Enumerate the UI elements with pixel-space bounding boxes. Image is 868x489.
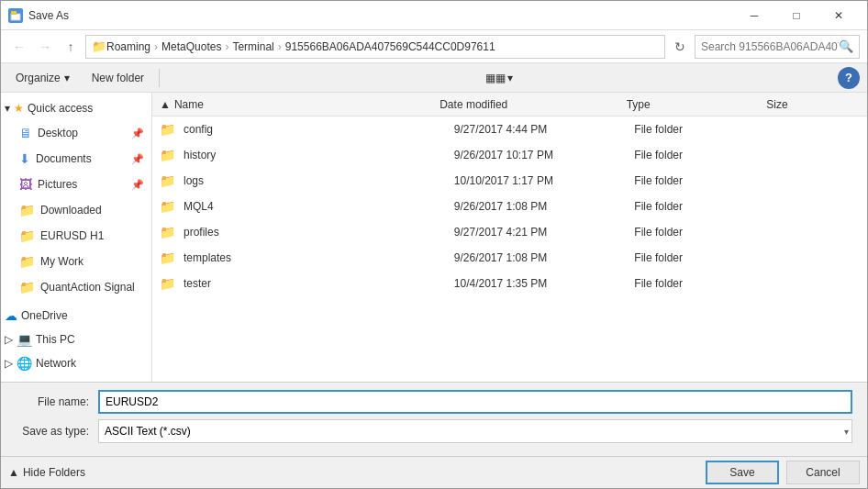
back-button[interactable]: ← [8,36,30,58]
toolbar-divider [159,69,160,87]
cancel-button[interactable]: Cancel [786,461,860,484]
organize-button[interactable]: Organize ▾ [8,67,77,89]
folder-icon: 📁 [160,173,178,188]
sidebar-thispc[interactable]: ▷ 💻 This PC [1,328,151,351]
documents-icon: ⬇ [19,151,30,166]
svg-rect-0 [11,14,20,20]
search-box[interactable]: 🔍 [695,35,860,59]
help-button[interactable]: ? [838,67,860,89]
column-date[interactable]: Date modified [440,98,626,111]
mywork-folder-icon: 📁 [19,254,35,269]
minimize-button[interactable]: ─ [733,1,775,30]
desktop-icon: 🖥 [19,126,32,140]
pin-icon: 📌 [131,128,144,139]
refresh-button[interactable]: ↻ [669,36,691,58]
folder-icon: 📁 [160,122,178,137]
file-name: config [184,123,454,136]
table-row[interactable]: 📁 tester 10/4/2017 1:35 PM File folder [152,271,867,296]
quantaction-folder-icon: 📁 [19,280,35,295]
dialog-buttons: Save Cancel [706,461,860,484]
close-button[interactable]: ✕ [818,1,860,30]
window-icon [8,8,23,23]
file-name: tester [184,277,454,290]
filename-label: File name: [16,395,98,408]
file-name: MQL4 [184,200,454,213]
sidebar-item-desktop[interactable]: 🖥 Desktop 📌 [1,120,151,146]
column-name[interactable]: ▲ Name [160,98,440,111]
quick-access-icon: ★ [14,102,24,115]
onedrive-label: OneDrive [21,309,68,322]
breadcrumb[interactable]: 📁 Roaming › MetaQuotes › Terminal › 9155… [85,35,665,59]
view-icon: ▦▦ [485,72,506,84]
address-bar: ← → ↑ 📁 Roaming › MetaQuotes › Terminal … [1,30,867,63]
network-icon: 🌐 [17,356,32,371]
hide-folders-label: Hide Folders [23,466,85,479]
sidebar-item-pictures[interactable]: 🖼 Pictures 📌 [1,172,151,197]
sidebar-item-mywork[interactable]: 📁 My Work [1,249,151,274]
window-title: Save As [28,9,733,22]
hide-folders-button[interactable]: ▲ Hide Folders [8,462,85,483]
file-type: File folder [634,123,769,136]
file-list-header: ▲ Name Date modified Type Size [152,93,867,117]
sidebar-onedrive[interactable]: ☁ OneDrive [1,304,151,328]
search-input[interactable] [701,40,839,53]
new-folder-button[interactable]: New folder [84,67,151,89]
filename-input[interactable] [98,390,852,414]
sidebar-quantaction-label: QuantAction Signal [40,281,135,294]
sidebar-item-documents[interactable]: ⬇ Documents 📌 [1,146,151,172]
chevron-down-icon: ▾ [5,102,10,115]
folder-icon: 📁 [160,250,178,265]
pictures-icon: 🖼 [19,177,32,192]
quick-access-label: Quick access [28,102,93,115]
file-type: File folder [634,149,769,161]
file-type: File folder [634,251,769,264]
save-button[interactable]: Save [706,461,779,484]
organize-label: Organize [16,72,61,84]
column-type[interactable]: Type [627,98,767,111]
savetype-select-wrapper: ASCII Text (*.csv) ▾ [98,419,852,443]
save-as-dialog: Save As ─ □ ✕ ← → ↑ 📁 Roaming › MetaQuot… [0,0,868,489]
file-date: 10/4/2017 1:35 PM [454,277,635,290]
folder-icon: 📁 [160,148,178,162]
action-bar: ▲ Hide Folders Save Cancel [1,456,867,488]
sidebar-item-eurusd[interactable]: 📁 EURUSD H1 [1,223,151,249]
file-name: profiles [184,226,454,239]
breadcrumb-roaming: Roaming › MetaQuotes › Terminal › 915566… [106,40,495,53]
file-type: File folder [634,226,769,239]
hide-folders-icon: ▲ [8,466,19,479]
table-row[interactable]: 📁 templates 9/26/2017 1:08 PM File folde… [152,245,867,271]
table-row[interactable]: 📁 profiles 9/27/2017 4:21 PM File folder [152,219,867,245]
savetype-label: Save as type: [16,425,98,438]
file-date: 9/26/2017 1:08 PM [454,200,635,213]
folder-icon: 📁 [160,199,178,214]
file-type: File folder [634,277,769,290]
folder-icon: 📁 [160,225,178,239]
sidebar-item-downloaded[interactable]: 📁 Downloaded [1,197,151,223]
sidebar-downloaded-label: Downloaded [40,204,102,217]
maximize-button[interactable]: □ [775,1,818,30]
file-date: 10/10/2017 1:17 PM [454,174,635,187]
up-button[interactable]: ↑ [60,36,82,58]
view-button[interactable]: ▦▦ ▾ [482,67,517,89]
file-list: ▲ Name Date modified Type Size 📁 config … [152,93,867,382]
table-row[interactable]: 📁 config 9/27/2017 4:44 PM File folder [152,117,867,142]
column-size[interactable]: Size [766,98,860,111]
sidebar-desktop-label: Desktop [38,127,78,139]
forward-button[interactable]: → [34,36,56,58]
chevron-right-icon: ▷ [5,333,13,346]
savetype-row: Save as type: ASCII Text (*.csv) ▾ [16,419,852,443]
savetype-select[interactable]: ASCII Text (*.csv) [98,419,852,443]
sidebar-documents-label: Documents [36,152,92,165]
sidebar-pictures-label: Pictures [38,178,77,191]
breadcrumb-folder-icon: 📁 [92,39,106,53]
table-row[interactable]: 📁 history 9/26/2017 10:17 PM File folder [152,142,867,168]
table-row[interactable]: 📁 MQL4 9/26/2017 1:08 PM File folder [152,194,867,219]
bottom-panel: File name: Save as type: ASCII Text (*.c… [1,382,867,456]
search-icon: 🔍 [839,39,853,53]
filename-row: File name: [16,390,852,414]
table-row[interactable]: 📁 logs 10/10/2017 1:17 PM File folder [152,168,867,194]
sidebar: ▾ ★ Quick access 🖥 Desktop 📌 ⬇ Documents… [1,93,152,382]
sidebar-network[interactable]: ▷ 🌐 Network [1,351,151,375]
sidebar-quick-access-header[interactable]: ▾ ★ Quick access [1,96,151,120]
sidebar-item-quantaction[interactable]: 📁 QuantAction Signal [1,274,151,300]
